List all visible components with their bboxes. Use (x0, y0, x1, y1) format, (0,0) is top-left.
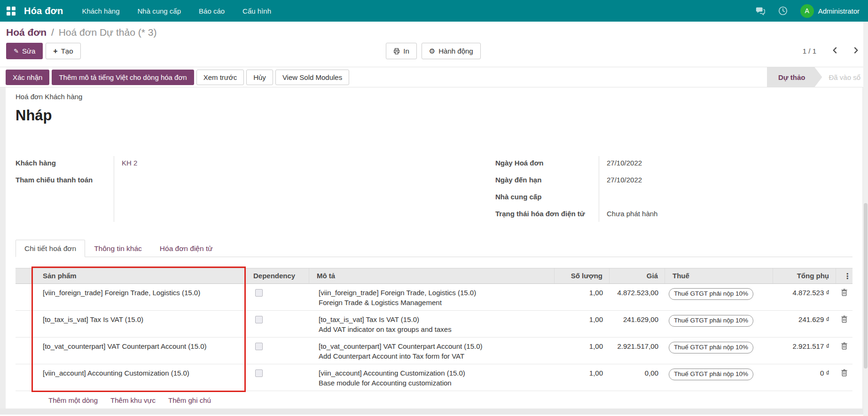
quantity-cell: 1,00 (555, 311, 610, 337)
subtotal-cell: 241.629₫ (773, 311, 836, 337)
vendor-label: Nhà cung cấp (495, 189, 599, 206)
delete-cell (836, 284, 852, 310)
pager-next-button[interactable] (851, 46, 860, 56)
tab-invoice-lines[interactable]: Chi tiết hoá đơn (16, 240, 85, 257)
statusbar: Xác nhận Thêm mô tả tiếng Việt cho dòng … (0, 67, 868, 87)
tax-cell: Thuế GTGT phải nộp 10% (665, 284, 773, 310)
column-handle (16, 268, 31, 283)
form-sheet: Hoá đơn Khách hàng Nháp Khách hàng KH 2 … (6, 87, 862, 408)
column-header-subtotal[interactable]: Tổng phụ (773, 268, 836, 283)
tax-tag: Thuế GTGT phải nộp 10% (669, 288, 753, 300)
nav-menu-nha-cung-cap[interactable]: Nhà cung cấp (137, 7, 181, 15)
printer-icon (393, 48, 400, 55)
chevron-right-icon (852, 47, 860, 54)
column-header-quantity[interactable]: Số lượng (555, 268, 610, 283)
table-row[interactable]: [viin_account] Accounting Customization … (16, 364, 852, 391)
description-line2: Foreign Trade & Logistics Management (319, 298, 548, 307)
description-line1: [viin_account] Accounting Customization … (319, 369, 548, 378)
nav-menu-bao-cao[interactable]: Báo cáo (199, 7, 225, 15)
add-vietnamese-description-button[interactable]: Thêm mô tả tiếng Việt cho dòng hóa đơn (52, 70, 194, 85)
top-navbar: Hóa đơn Khách hàng Nhà cung cấp Báo cáo … (0, 0, 868, 22)
einvoice-status-label: Trạng thái hóa đơn điện tử (495, 206, 599, 223)
subtotal-cell: 4.872.523₫ (773, 284, 836, 310)
field-einvoice-status: Trạng thái hóa đơn điện tử Chưa phát hàn… (495, 206, 824, 223)
delete-line-button[interactable] (841, 289, 848, 298)
state-draft[interactable]: Dự thảo (767, 67, 822, 87)
tab-einvoice[interactable]: Hóa đơn điện tử (151, 240, 222, 257)
customer-value-link[interactable]: KH 2 (114, 155, 316, 172)
scrollbar-thumb[interactable] (864, 203, 868, 369)
vendor-value (599, 189, 824, 206)
price-cell: 0,00 (610, 364, 665, 391)
add-line-link[interactable]: Thêm một dòng (48, 396, 98, 404)
apps-menu-icon[interactable] (7, 7, 16, 16)
delete-line-button[interactable] (841, 315, 848, 324)
dependency-checkbox[interactable] (255, 369, 263, 377)
activities-clock-icon[interactable] (778, 6, 788, 16)
record-title: Nháp (16, 107, 852, 124)
column-header-price[interactable]: Giá (610, 268, 665, 283)
trash-icon (841, 342, 848, 350)
invoice-date-value: 27/10/2022 (599, 155, 824, 172)
control-panel: Hoá đơn / Hoá đơn Dự thảo (* 3) ✎ Sửa + … (0, 22, 868, 59)
currency-symbol: ₫ (826, 342, 829, 350)
user-menu[interactable]: A Administrator (800, 4, 860, 18)
tax-tag: Thuế GTGT phải nộp 10% (669, 342, 753, 353)
create-button[interactable]: + Tạo (46, 43, 80, 59)
edit-button[interactable]: ✎ Sửa (6, 43, 43, 59)
column-header-dependency[interactable]: Dependency (246, 268, 309, 283)
invoice-date-label: Ngày Hoá đơn (495, 155, 599, 172)
payment-reference-value (114, 172, 316, 189)
field-payment-reference: Tham chiếu thanh toán (16, 172, 316, 189)
table-row[interactable]: [viin_foreign_trade] Foreign Trade, Logi… (16, 284, 852, 311)
price-cell: 241.629,00 (610, 311, 665, 337)
confirm-button[interactable]: Xác nhận (6, 70, 49, 85)
tax-cell: Thuế GTGT phải nộp 10% (665, 311, 773, 337)
scrollbar-track (863, 22, 868, 416)
column-header-description[interactable]: Mô tả (309, 268, 555, 283)
nav-menu: Khách hàng Nhà cung cấp Báo cáo Cấu hình (82, 7, 271, 15)
dependency-checkbox[interactable] (255, 343, 263, 350)
tab-other-info[interactable]: Thông tin khác (85, 240, 151, 257)
trash-icon (841, 289, 848, 296)
row-handle (16, 311, 31, 337)
pager-previous-button[interactable] (830, 46, 840, 56)
column-header-tax[interactable]: Thuế (665, 268, 773, 283)
add-section-link[interactable]: Thêm khu vực (110, 396, 156, 404)
description-line1: [to_vat_counterpart] VAT Counterpart Acc… (319, 342, 548, 351)
user-name: Administrator (818, 7, 860, 15)
breadcrumb: Hoá đơn / Hoá đơn Dự thảo (* 3) (6, 26, 860, 39)
field-groups: Khách hàng KH 2 Tham chiếu thanh toán Ng… (16, 155, 852, 223)
optional-columns-kebab-icon[interactable]: ⋮ (836, 268, 852, 283)
nav-menu-khach-hang[interactable]: Khách hàng (82, 7, 119, 15)
field-vendor: Nhà cung cấp (495, 189, 824, 206)
dependency-cell (246, 311, 309, 337)
action-button[interactable]: ⚙ Hành động (422, 43, 481, 59)
messages-icon[interactable] (755, 6, 766, 16)
nav-menu-cau-hinh[interactable]: Cấu hình (242, 7, 271, 15)
customer-label: Khách hàng (16, 155, 114, 172)
delete-line-button[interactable] (841, 342, 848, 351)
delete-line-button[interactable] (841, 369, 848, 378)
add-note-link[interactable]: Thêm ghi chú (168, 396, 211, 404)
description-cell: [to_tax_is_vat] Tax Is VAT (15.0) Add VA… (309, 311, 555, 337)
delete-cell (836, 311, 852, 337)
dependency-cell (246, 284, 309, 310)
view-sold-modules-button[interactable]: View Sold Modules (275, 70, 349, 85)
cancel-button[interactable]: Hủy (246, 70, 273, 85)
table-header-row: Sản phẩm Dependency Mô tả Số lượng Giá T… (16, 268, 852, 284)
gear-icon: ⚙ (429, 47, 435, 55)
breadcrumb-parent-link[interactable]: Hoá đơn (6, 27, 47, 38)
invoice-lines-table: Sản phẩm Dependency Mô tả Số lượng Giá T… (16, 268, 852, 391)
dependency-checkbox[interactable] (255, 316, 263, 323)
table-row[interactable]: [to_vat_counterpart] VAT Counterpart Acc… (16, 338, 852, 364)
state-posted[interactable]: Đã vào sổ (822, 67, 868, 87)
list-footer: Thêm một dòng Thêm khu vực Thêm ghi chú (16, 391, 852, 408)
subtotal-cell: 0₫ (773, 364, 836, 391)
preview-button[interactable]: Xem trước (196, 70, 244, 85)
table-row[interactable]: [to_tax_is_vat] Tax Is VAT (15.0) [to_ta… (16, 311, 852, 338)
column-header-product[interactable]: Sản phẩm (31, 268, 246, 283)
dependency-checkbox[interactable] (255, 289, 263, 297)
product-cell: [to_vat_counterpart] VAT Counterpart Acc… (31, 338, 246, 364)
print-button[interactable]: In (386, 43, 417, 59)
